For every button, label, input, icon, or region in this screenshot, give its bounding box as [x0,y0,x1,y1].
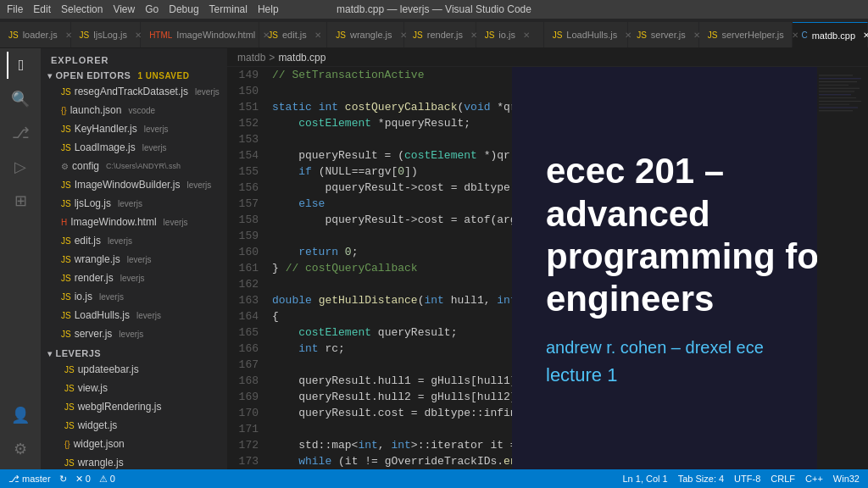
tab-close[interactable]: ✕ [263,30,270,40]
warning-count[interactable]: ⚠ 0 [99,474,115,485]
platform[interactable]: Win32 [833,474,860,484]
branch-name: master [22,474,51,484]
leverjs-section[interactable]: ▾ LEVERJS [41,347,227,360]
open-file-io[interactable]: JS io.js leverjs [41,287,227,306]
tab-render-js[interactable]: JSrender.js✕ [404,22,476,47]
tab-close[interactable]: ✕ [135,30,142,40]
tab-matdb-cpp[interactable]: Cmatdb.cpp✕ [793,22,868,47]
open-editors-label: OPEN EDITORS [56,70,131,80]
activity-settings[interactable]: ⚙ [7,435,34,463]
git-branch[interactable]: ⎇ master [8,474,51,485]
tab-close[interactable]: ✕ [863,30,868,40]
warning-num: 0 [110,474,115,484]
tab-icon: C [801,30,807,40]
tab-io-js[interactable]: JSio.js✕ [476,22,544,47]
tab-label: edit.js [282,30,307,40]
file-widget[interactable]: JS widget.js [41,416,227,435]
js-icon7: JS [61,255,71,264]
open-file-launch[interactable]: {} launch.json vscode [41,101,227,119]
breadcrumb-matdb[interactable]: matdb [237,52,265,64]
menu-view[interactable]: View [113,3,135,15]
open-file-wrangle[interactable]: JS wrangle.js leverjs [41,250,227,269]
error-num: 0 [86,474,91,484]
tab-close[interactable]: ✕ [625,30,632,40]
open-file-server[interactable]: JS server.js leverjs [41,324,227,343]
open-file-imagewindow[interactable]: H ImageWindow.html leverjs [41,213,227,231]
tab-label: ImageWindow.html [176,30,255,40]
file-widget-json[interactable]: {} widget.json [41,435,227,453]
cursor-position[interactable]: Ln 1, Col 1 [622,474,667,484]
activity-debug[interactable]: ▷ [7,153,34,180]
tab-ljsLog-js[interactable]: JSljsLog.js✕ [71,22,142,47]
menu-go[interactable]: Go [145,3,159,15]
open-file-ljslog[interactable]: JS ljsLog.js leverjs [41,194,227,213]
svg-rect-12 [819,110,853,111]
svg-rect-2 [819,78,861,79]
html-icon: H [61,218,67,227]
tab-close[interactable]: ✕ [470,30,477,40]
minimap[interactable] [817,67,868,469]
file-view[interactable]: JS view.js [41,379,227,397]
open-file-render[interactable]: JS render.js leverjs [41,269,227,287]
menu-terminal[interactable]: Terminal [209,3,248,15]
open-editors-section[interactable]: ▾ OPEN EDITORS 1 UNSAVED [41,69,227,82]
file-webglrendering[interactable]: JS webglRendering.js [41,397,227,416]
tab-ImageWindow-html[interactable]: HTMLImageWindow.html✕ [141,22,259,47]
activity-source-control[interactable]: ⎇ [7,119,34,147]
slide-title: ecec 201 – advanced programming for engi… [546,150,834,321]
open-file-imagewindowbuilder[interactable]: JS ImageWindowBuilder.js leverjs [41,175,227,194]
menu-file[interactable]: File [7,3,23,15]
menu-help[interactable]: Help [258,3,279,15]
tab-close[interactable]: ✕ [693,30,700,40]
activity-explorer[interactable]:  [7,52,34,79]
status-left: ⎇ master ↻ ✕ 0 ⚠ 0 [8,474,115,485]
tab-size[interactable]: Tab Size: 4 [678,474,724,484]
sync-button[interactable]: ↻ [59,474,67,485]
leverjs-label: LEVERJS [56,348,102,358]
language-mode[interactable]: C++ [805,474,823,484]
svg-rect-11 [819,108,858,108]
tab-label: render.js [427,30,463,40]
activity-account[interactable]: 👤 [7,402,34,429]
tab-close[interactable]: ✕ [65,30,72,40]
svg-rect-8 [819,97,856,98]
breadcrumb-file[interactable]: matdb.cpp [278,52,326,64]
file-updateebar[interactable]: JS updateebar.js [41,360,227,379]
tab-loader-js[interactable]: JSloader.js✕ [0,22,71,47]
tab-LoadHulls-js[interactable]: JSLoadHulls.js✕ [544,22,628,47]
js-icon: JS [61,87,71,97]
js-icon14: JS [64,402,75,412]
tab-icon: JS [8,30,19,40]
file-wrangle2[interactable]: JS wrangle.js [41,453,227,469]
tab-close[interactable]: ✕ [314,30,321,40]
menu-selection[interactable]: Selection [61,3,103,15]
tab-wrangle-js[interactable]: JSwrangle.js✕ [327,22,404,47]
tab-icon: JS [80,30,90,40]
tab-close[interactable]: ✕ [400,30,407,40]
line-ending[interactable]: CRLF [771,474,795,484]
activity-search[interactable]: 🔍 [7,86,34,113]
menu-edit[interactable]: Edit [33,3,51,15]
open-file-keyhandler[interactable]: JS KeyHandler.js leverjs [41,119,227,138]
tab-close[interactable]: ✕ [523,30,530,40]
json-icon: {} [61,106,67,115]
svg-rect-9 [819,101,861,102]
tab-close[interactable]: ✕ [792,30,798,40]
menu-debug[interactable]: Debug [169,3,198,15]
tab-bar: JSloader.js✕JSljsLog.js✕HTMLImageWindow.… [0,19,868,48]
open-file-edit[interactable]: JS edit.js leverjs [41,231,227,250]
open-file-loadhulls[interactable]: JS LoadHulls.js leverjs [41,306,227,324]
tab-serverHelper-js[interactable]: JSserverHelper.js✕ [699,22,793,47]
file-tree: ▾ OPEN EDITORS 1 UNSAVED JS resegAndTrac… [41,69,227,469]
tab-edit-js[interactable]: JSedit.js✕ [259,22,327,47]
open-file-reseg[interactable]: JS resegAndTrackDataset.js leverjs [41,82,227,101]
error-count[interactable]: ✕ 0 [75,474,91,485]
open-file-config[interactable]: ⚙ config C:\Users\ANDYR\.ssh [41,157,227,175]
open-file-loadimage[interactable]: JS LoadImage.js leverjs [41,138,227,157]
js-icon11: JS [61,330,71,339]
open-editors-unsaved: 1 UNSAVED [137,71,189,80]
encoding[interactable]: UTF-8 [734,474,760,484]
activity-extensions[interactable]: ⊞ [7,187,34,214]
breadcrumb-sep1: > [269,52,275,64]
tab-server-js[interactable]: JSserver.js✕ [628,22,699,47]
